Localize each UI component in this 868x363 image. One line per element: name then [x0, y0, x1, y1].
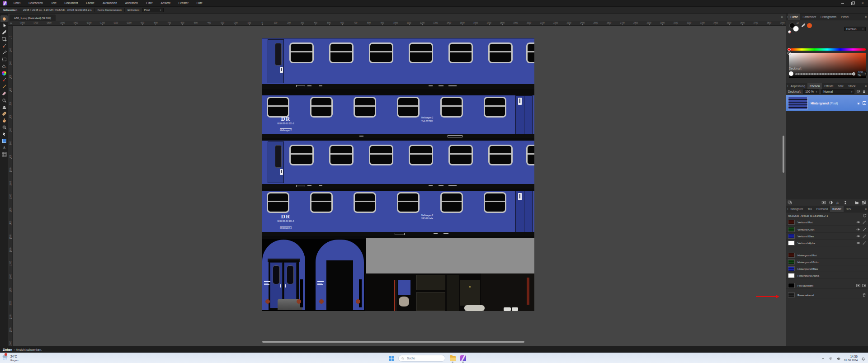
sv-knob[interactable] [788, 52, 791, 55]
primary-color-swatch[interactable] [793, 26, 799, 32]
color-tab-histogramm[interactable]: Histogramm [818, 14, 839, 20]
layers-tab-anpassung[interactable]: Anpassung [788, 83, 807, 89]
layers-tab-effekte[interactable]: Effekte [822, 83, 835, 89]
live-filter-icon[interactable] [843, 200, 848, 205]
notification-bell-icon[interactable] [861, 354, 865, 363]
weather-widget[interactable]: 24°C Regen [2, 354, 19, 363]
volume-icon[interactable] [836, 354, 840, 363]
opacity-slider[interactable] [795, 73, 855, 75]
mask-layer-icon[interactable] [821, 200, 826, 205]
layers-stack-icon[interactable] [788, 200, 792, 205]
pencil-icon[interactable] [862, 234, 866, 239]
pencil-icon[interactable] [862, 227, 866, 232]
units-select[interactable]: Pixel▾ [142, 8, 164, 12]
opacity-swatch[interactable] [789, 71, 793, 76]
hue-slider-knob[interactable] [788, 48, 791, 51]
channel-row-hintergrund-rot[interactable]: Hintergrund Rot [786, 252, 868, 259]
eye-icon[interactable] [856, 234, 860, 239]
channels-tab-protokoll[interactable]: Protokoll [814, 206, 830, 212]
channel-row-hintergrund-blau[interactable]: Hintergrund Blau [786, 266, 868, 272]
menu-ansicht[interactable]: Ansicht [156, 0, 174, 6]
layers-tab-stock[interactable]: Stock [846, 83, 858, 89]
channels-tab-tra[interactable]: Tra [805, 206, 814, 212]
new-group-folder-icon[interactable] [854, 200, 859, 205]
maximize-icon[interactable] [851, 1, 854, 5]
channel-row-verbund-alpha[interactable]: Verbund Alpha [786, 240, 868, 246]
windows-start-button[interactable] [388, 355, 394, 362]
layer-effects-icon[interactable]: fx [836, 200, 840, 205]
taskbar-clock[interactable]: 14:56 01.08.2024 [844, 355, 858, 362]
layer-visibility-checkbox[interactable]: ✓ [863, 101, 866, 105]
menu-filter[interactable]: Filter [142, 0, 156, 6]
channel-row-verbund-rot[interactable]: Verbund Rot [786, 219, 868, 226]
canvas-vertical-scrollbar[interactable] [783, 136, 784, 173]
canvas-horizontal-scrollbar[interactable] [262, 341, 524, 343]
tray-chevron-up-icon[interactable] [821, 354, 825, 363]
menu-ebene[interactable]: Ebene [82, 0, 99, 6]
channel-row-reservekanal[interactable]: Reservekanal [786, 292, 868, 298]
close-icon[interactable]: × [861, 1, 864, 5]
channel-row-pixelauswahl[interactable]: Pixelauswahl [786, 283, 868, 289]
menu-anordnen[interactable]: Anordnen [121, 0, 142, 6]
taskbar-search[interactable] [398, 355, 445, 362]
tab-close-icon[interactable]: × [781, 15, 783, 19]
pencil-icon[interactable] [862, 220, 866, 225]
square-mask-icon[interactable] [862, 283, 866, 288]
layers-menu-icon[interactable]: ≡ [865, 83, 868, 89]
color-tab-pinsel[interactable]: Pinsel [839, 14, 851, 20]
menu-auswhlen[interactable]: Auswählen [99, 0, 121, 6]
blend-mode-select[interactable]: Normal▾ [821, 90, 854, 94]
pencil-icon[interactable] [862, 241, 866, 245]
color-picker-icon[interactable] [801, 23, 806, 28]
layer-lock-icon[interactable] [862, 90, 866, 94]
channels-tab-navigator[interactable]: Navigator [788, 206, 805, 212]
eye-icon[interactable] [856, 241, 860, 245]
no-color-swatch[interactable] [788, 30, 791, 33]
layer-locked-icon[interactable] [857, 101, 860, 105]
menu-hilfe[interactable]: Hilfe [193, 0, 207, 6]
menu-dokument[interactable]: Dokument [61, 0, 82, 6]
channels-menu-icon[interactable]: ≡ [865, 206, 868, 212]
adjustment-layer-icon[interactable] [829, 200, 833, 205]
menu-datei[interactable]: Datei [9, 0, 24, 6]
channel-row-hintergrund-gr-n[interactable]: Hintergrund Grün [786, 259, 868, 265]
color-tab-farbfelder[interactable]: Farbfelder [800, 14, 818, 20]
canvas-viewport[interactable]: DR60 80 99-60 101-6Meßwagen 2Meßwagen 2V… [13, 26, 786, 346]
channels-tab-kanle[interactable]: Kanäle [830, 206, 844, 212]
menu-text[interactable]: Text [47, 0, 61, 6]
layers-opacity-select[interactable]: 100 %▾ [803, 90, 819, 94]
minimize-icon[interactable] [841, 1, 844, 5]
wifi-icon[interactable] [829, 354, 833, 363]
affinity-photo-button[interactable] [460, 355, 466, 362]
layers-tab-stile[interactable]: Stile [836, 83, 846, 89]
color-tab-farbe[interactable]: Farbe [788, 14, 800, 20]
reset-channels-icon[interactable] [863, 214, 867, 218]
layer-row-hintergrund[interactable]: Hintergrund (Pixel) ✓ [786, 95, 868, 111]
active-color-swatch[interactable] [807, 23, 812, 28]
opacity-slider-knob[interactable] [852, 72, 855, 75]
menu-bearbeiten[interactable]: Bearbeiten [24, 0, 47, 6]
file-explorer-button[interactable] [449, 355, 456, 362]
circle-mask-icon[interactable] [856, 283, 860, 288]
eye-icon[interactable] [856, 227, 860, 232]
search-input[interactable] [406, 356, 442, 360]
eye-icon[interactable] [856, 220, 860, 225]
layers-tab-ebenen[interactable]: Ebenen [807, 83, 822, 89]
document-tab[interactable]: A58_1.png [Geändert] (52.9%) [9, 14, 56, 21]
new-layer-icon[interactable] [862, 200, 866, 205]
color-opacity-value[interactable]: 100 %▾ [857, 71, 867, 76]
channels-tab-32v[interactable]: 32V [844, 206, 854, 212]
color-mode-select[interactable]: Farbton▾ [844, 27, 866, 31]
layer-settings-gear-icon[interactable] [856, 90, 860, 94]
tool-flood-fill[interactable] [0, 63, 8, 70]
hue-slider[interactable] [789, 48, 866, 51]
swap-colors-icon[interactable]: ⇄ [797, 21, 799, 24]
channel-row-verbund-gr-n[interactable]: Verbund Grün [786, 226, 868, 233]
tool-node-edit[interactable] [0, 131, 8, 137]
trash-icon[interactable] [862, 293, 866, 297]
channel-row-verbund-blau[interactable]: Verbund Blau [786, 233, 868, 240]
tool-pixel-grid[interactable] [0, 151, 8, 158]
menu-fenster[interactable]: Fenster [175, 0, 193, 6]
color-menu-icon[interactable]: ≡ [865, 14, 868, 20]
channel-row-hintergrund-alpha[interactable]: Hintergrund Alpha [786, 273, 868, 279]
